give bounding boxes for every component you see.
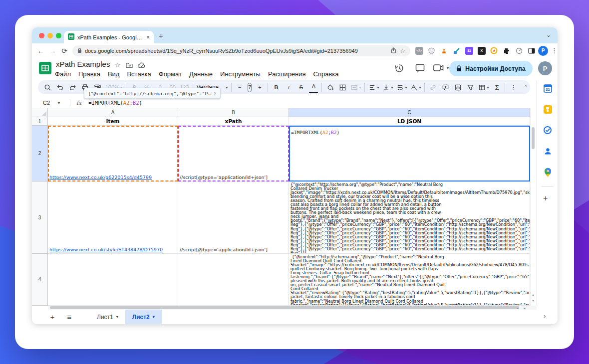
sheet-tab-caret-icon[interactable]: ▾	[153, 315, 155, 319]
comments-icon[interactable]	[415, 64, 425, 75]
cell-a2-link[interactable]: https://www.next.co.uk/g622015s4/d45799	[49, 175, 152, 180]
formula-input[interactable]: =IMPORTXML(A2;B2)	[88, 100, 142, 106]
chrome-profile-avatar[interactable]: P	[538, 46, 548, 56]
menu-extensions[interactable]: Расширения	[268, 70, 306, 78]
collapse-toolbar-icon[interactable]: ⌃	[521, 82, 530, 92]
functions-button[interactable]: Σ	[492, 82, 501, 92]
column-header-c[interactable]: C	[289, 108, 530, 117]
bookmark-star-icon[interactable]: ☆	[400, 47, 406, 54]
cell-a2[interactable]: https://www.next.co.uk/g622015s4/d45799	[48, 126, 178, 182]
cell-a3[interactable]: https://www.next.co.uk/style/ST438478/D7…	[48, 182, 178, 254]
version-history-icon[interactable]	[394, 63, 404, 75]
cell-a1[interactable]: Item	[48, 117, 178, 126]
new-tab-button[interactable]: +	[159, 31, 163, 40]
keep-icon[interactable]	[543, 105, 552, 114]
toolbar-search-icon[interactable]	[43, 82, 52, 92]
sheet-tab-list2-active[interactable]: Лист2 ▾	[125, 310, 162, 324]
cell-b3[interactable]: //script[@type='application/ld+json']	[178, 182, 289, 254]
reading-mode-icon[interactable]	[527, 46, 536, 55]
cell-c2-editing[interactable]: =IMPORTXML(A2;B2)	[289, 126, 530, 182]
name-box[interactable]: C2 ▾	[32, 100, 70, 106]
horizontal-align-icon[interactable]: ▾	[368, 82, 379, 92]
url-bar[interactable]: docs.google.com/spreadsheets/d/1Sq_yNzR_…	[72, 45, 410, 56]
horizontal-scrollbar[interactable]: ◂ ▸	[48, 306, 537, 310]
merge-cells-icon[interactable]: ▾	[350, 82, 361, 92]
sheets-profile-avatar[interactable]: P	[538, 61, 552, 75]
sheet-tab-list1[interactable]: Лист1 ▾	[90, 310, 125, 324]
menu-format[interactable]: Формат	[159, 70, 182, 78]
tab-close-icon[interactable]: ×	[146, 34, 150, 41]
borders-icon[interactable]	[338, 82, 347, 92]
fill-color-icon[interactable]	[325, 82, 334, 92]
row-header-3[interactable]: 3	[32, 182, 48, 254]
browser-tab[interactable]: xPath Examples - Google Табл ×	[64, 31, 154, 43]
eleven-extension-icon[interactable]: 11	[464, 46, 474, 55]
cone-extension-icon[interactable]	[439, 46, 449, 55]
cell-c4[interactable]: {"@context":"http://schema.org","@type":…	[289, 254, 530, 306]
menu-data[interactable]: Данные	[189, 70, 213, 78]
menu-tools[interactable]: Инструменты	[220, 70, 261, 78]
cell-c1[interactable]: LD JSON	[289, 117, 530, 126]
cloud-status-icon[interactable]	[138, 61, 146, 70]
mac-zoom-button[interactable]	[56, 33, 61, 38]
column-header-b[interactable]: B	[178, 108, 289, 117]
decrease-font-size-button[interactable]: −	[235, 82, 244, 92]
insert-comment-icon[interactable]	[441, 82, 450, 92]
calendar-icon[interactable]: 31	[543, 84, 552, 93]
meet-camera-icon[interactable]: ▾	[433, 64, 449, 72]
reload-button[interactable]: ⟳	[58, 47, 70, 55]
scroll-left-icon[interactable]: ◂	[515, 306, 520, 310]
document-title[interactable]: xPath Examples	[56, 60, 110, 68]
get-addons-button[interactable]: +	[543, 194, 548, 203]
meet-caret-icon[interactable]: ▾	[447, 66, 449, 70]
bold-button[interactable]: B	[272, 82, 281, 92]
menu-insert[interactable]: Вставка	[127, 70, 151, 78]
colorpicker-extension-icon[interactable]	[452, 46, 461, 55]
strikethrough-button[interactable]: S	[296, 82, 305, 92]
undo-icon[interactable]	[55, 82, 64, 92]
select-all-corner[interactable]	[32, 108, 48, 117]
insert-chart-icon[interactable]	[453, 82, 462, 92]
row-header-4[interactable]: 4	[32, 254, 48, 306]
share-page-icon[interactable]	[391, 46, 396, 55]
scroll-right-icon[interactable]: ▸	[522, 306, 527, 310]
insert-link-icon[interactable]	[428, 82, 437, 92]
star-document-icon[interactable]: ☆	[115, 61, 121, 70]
vertical-scrollbar-thumb[interactable]	[532, 127, 535, 149]
forward-button[interactable]: →	[47, 47, 59, 55]
more-toolbar-icon[interactable]: ⋮	[509, 82, 518, 92]
cell-a4[interactable]	[48, 254, 178, 306]
dart-extension-icon[interactable]	[489, 46, 499, 55]
back-button[interactable]: ←	[35, 47, 47, 55]
tab-search-chevron-icon[interactable]: ⌄	[546, 31, 551, 38]
speed-extension-icon[interactable]	[514, 46, 524, 55]
share-button[interactable]: Настройки Доступа	[449, 61, 533, 76]
contacts-icon[interactable]	[543, 147, 552, 156]
cell-b2[interactable]: //script[@type='application/ld+json']	[178, 126, 289, 182]
shield-extension-icon[interactable]	[427, 46, 436, 55]
horizontal-scrollbar-thumb[interactable]	[50, 306, 519, 309]
x-extension-icon[interactable]: X	[477, 46, 486, 55]
add-sheet-button[interactable]: +	[44, 313, 61, 321]
maps-icon[interactable]	[543, 168, 552, 177]
menu-file[interactable]: Файл	[55, 70, 71, 78]
mac-close-button[interactable]	[39, 33, 44, 38]
text-wrap-icon[interactable]: ▾	[396, 82, 407, 92]
menu-help[interactable]: Справка	[313, 70, 339, 78]
column-header-a[interactable]: A	[48, 108, 178, 117]
code-extension-icon[interactable]: </>	[414, 46, 424, 55]
font-size-input[interactable]: 7	[248, 83, 252, 92]
menu-view[interactable]: Вид	[108, 70, 120, 78]
scroll-up-icon[interactable]: ▴	[531, 293, 536, 296]
menu-edit[interactable]: Правка	[78, 70, 100, 78]
italic-button[interactable]: I	[284, 82, 293, 92]
sheet-tab-caret-icon[interactable]: ▾	[116, 315, 118, 319]
text-rotation-icon[interactable]: ▾	[410, 82, 421, 92]
scroll-down-icon[interactable]: ▾	[531, 299, 536, 302]
table-views-icon[interactable]: ▾	[478, 82, 489, 92]
chrome-menu-icon[interactable]: ⋮	[551, 47, 558, 54]
mac-minimize-button[interactable]	[47, 33, 53, 38]
collapse-panel-icon[interactable]: ›	[544, 312, 546, 320]
cell-b1[interactable]: xPath	[178, 117, 289, 126]
sheets-logo[interactable]	[39, 62, 51, 76]
